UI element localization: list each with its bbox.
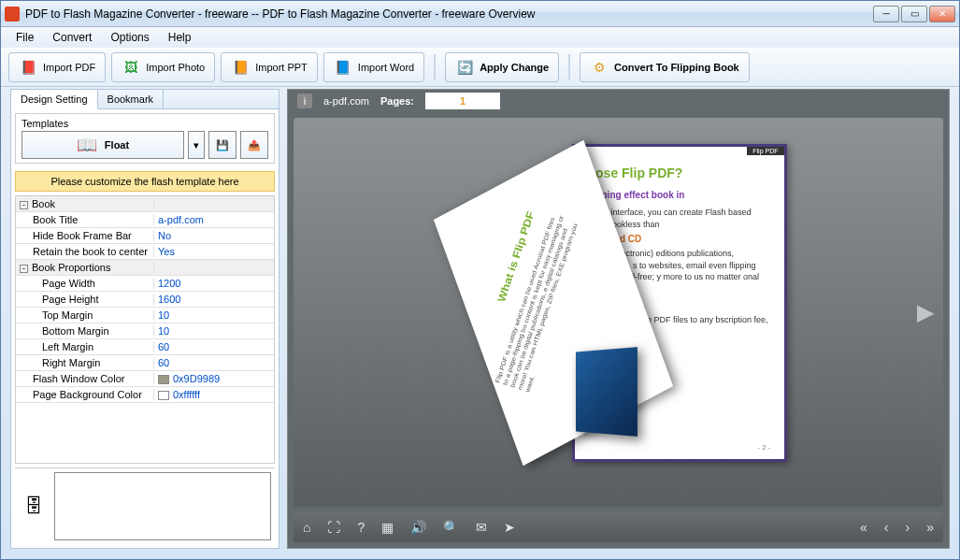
menu-convert[interactable]: Convert <box>45 29 99 46</box>
book-icon: 📖 <box>77 135 97 155</box>
export-template-button[interactable]: 📤 <box>240 131 268 159</box>
menu-file[interactable]: File <box>8 29 41 46</box>
prop-row[interactable]: Book Title a-pdf.com <box>16 212 274 228</box>
templates-row: 📖 Float ▾ 💾 📤 <box>21 131 268 159</box>
prop-label: Page Height <box>16 294 154 305</box>
tab-design-setting[interactable]: Design Setting <box>11 90 98 109</box>
prop-value[interactable]: 10 <box>154 325 274 337</box>
color-swatch <box>158 391 169 400</box>
import-pdf-button[interactable]: 📕 Import PDF <box>8 52 106 82</box>
close-button[interactable]: ✕ <box>929 6 955 22</box>
prop-row[interactable]: Flash Window Color 0x9D9989 <box>16 371 274 387</box>
menu-options[interactable]: Options <box>103 29 156 46</box>
sound-icon[interactable]: 🔊 <box>410 520 426 535</box>
prop-row[interactable]: Retain the book to center Yes <box>16 244 274 260</box>
left-panel: Design Setting Bookmark Templates 📖 Floa… <box>10 89 279 549</box>
prop-value[interactable]: 0x9D9989 <box>154 373 274 384</box>
app-window: PDF to Flash Magazine Converter - freewa… <box>0 0 960 560</box>
prop-row[interactable]: Right Margin 60 <box>16 355 274 371</box>
share-icon[interactable]: ➤ <box>504 520 515 535</box>
page-number-input[interactable] <box>425 93 500 109</box>
float-label: Float <box>105 139 129 151</box>
prop-label: Right Margin <box>16 357 154 368</box>
next-page-arrow[interactable]: ▶ <box>917 299 934 325</box>
content-area: Design Setting Bookmark Templates 📖 Floa… <box>1 87 959 558</box>
pdf-icon: 📕 <box>19 58 37 77</box>
prop-value[interactable]: 60 <box>154 341 274 352</box>
prop-row[interactable]: Top Margin 10 <box>16 308 274 323</box>
tab-bookmark[interactable]: Bookmark <box>98 90 165 108</box>
preview-toolbar: ⌂ ⛶ ? ▦ 🔊 🔍 ✉ ➤ « ‹ › » <box>294 512 943 542</box>
email-icon[interactable]: ✉ <box>476 520 487 535</box>
prop-value[interactable]: No <box>154 230 274 241</box>
prop-label: Top Margin <box>16 309 154 321</box>
maximize-button[interactable]: ▭ <box>901 6 927 22</box>
convert-book-button[interactable]: ⚙ Convert To Flipping Book <box>580 52 750 82</box>
prop-value[interactable]: 1600 <box>154 294 274 305</box>
zoom-icon[interactable]: 🔍 <box>443 520 459 535</box>
help-icon[interactable]: ? <box>357 520 365 535</box>
toolbar-separator <box>568 54 570 80</box>
import-ppt-label: Import PPT <box>255 62 308 73</box>
prop-value[interactable]: a-pdf.com <box>154 214 274 225</box>
prop-value[interactable]: 0xffffff <box>154 389 274 400</box>
apply-change-label: Apply Change <box>480 62 549 73</box>
prop-value[interactable]: 10 <box>154 309 274 321</box>
templates-section: Templates 📖 Float ▾ 💾 📤 <box>15 113 275 164</box>
prop-value[interactable]: 1200 <box>154 278 274 289</box>
fullscreen-icon[interactable]: ⛶ <box>327 520 340 535</box>
import-word-button[interactable]: 📘 Import Word <box>323 52 424 82</box>
apply-change-button[interactable]: 🔄 Apply Change <box>445 52 559 82</box>
collapse-icon[interactable]: - <box>20 265 28 273</box>
prop-row[interactable]: Page Background Color 0xffffff <box>16 387 274 403</box>
back-title: oose Flip PDF? <box>588 165 771 180</box>
preview-domain: a-pdf.com <box>323 95 369 107</box>
toolbar: 📕 Import PDF 🖼 Import Photo 📙 Import PPT… <box>1 48 959 87</box>
save-icon: 💾 <box>216 139 229 151</box>
first-page-icon[interactable]: « <box>860 520 867 535</box>
prop-row[interactable]: Left Margin 60 <box>16 339 274 355</box>
import-pdf-label: Import PDF <box>43 62 95 73</box>
collapse-icon[interactable]: - <box>20 201 28 209</box>
refresh-icon: 🔄 <box>455 58 474 77</box>
pages-label: Pages: <box>380 95 414 107</box>
import-ppt-button[interactable]: 📙 Import PPT <box>221 52 318 82</box>
titlebar: PDF to Flash Magazine Converter - freewa… <box>1 1 959 27</box>
save-template-button[interactable]: 💾 <box>208 131 236 159</box>
template-dropdown-button[interactable]: ▾ <box>188 131 205 159</box>
home-icon[interactable]: ⌂ <box>303 520 310 535</box>
database-icon[interactable]: 🗄 <box>19 472 49 540</box>
thumbnails-icon[interactable]: ▦ <box>381 520 394 535</box>
photo-icon: 🖼 <box>122 58 140 77</box>
flip-pdf-tag: Flip PDF <box>747 147 783 155</box>
prev-page-icon[interactable]: ‹ <box>884 520 889 535</box>
preview-panel: i a-pdf.com Pages: Flip PDF oose Flip PD… <box>287 89 950 549</box>
prop-group-book[interactable]: -Book <box>16 196 274 212</box>
preview-header: i a-pdf.com Pages: <box>288 90 949 112</box>
prop-group-proportions[interactable]: -Book Proportions <box>16 260 274 276</box>
import-word-label: Import Word <box>358 62 414 73</box>
customize-template-bar[interactable]: Please customize the flash template here <box>15 171 275 192</box>
import-photo-button[interactable]: 🖼 Import Photo <box>111 52 215 82</box>
menu-help[interactable]: Help <box>161 29 199 46</box>
prop-value[interactable]: Yes <box>154 246 274 257</box>
word-icon: 📘 <box>334 58 352 77</box>
prop-row[interactable]: Page Width 1200 <box>16 276 274 292</box>
back-subtitle: flipping effect book in <box>588 188 771 203</box>
last-page-icon[interactable]: » <box>926 520 934 535</box>
prop-row[interactable]: Page Height 1600 <box>16 292 274 308</box>
property-grid: -Book Book Title a-pdf.com Hide Book Fra… <box>15 195 275 464</box>
prop-value[interactable]: 60 <box>154 357 274 368</box>
minimize-button[interactable]: ─ <box>873 6 899 22</box>
info-icon[interactable]: i <box>297 93 312 108</box>
float-template-button[interactable]: 📖 Float <box>21 131 184 159</box>
book-mockup: Flip PDF oose Flip PDF? flipping effect … <box>432 135 806 490</box>
convert-book-label: Convert To Flipping Book <box>614 62 739 73</box>
prop-row[interactable]: Hide Book Frame Bar No <box>16 228 274 244</box>
prop-label: Bottom Margin <box>16 325 154 337</box>
app-icon <box>5 7 20 22</box>
next-page-icon[interactable]: › <box>906 520 910 535</box>
prop-row[interactable]: Bottom Margin 10 <box>16 323 274 339</box>
prop-label: Left Margin <box>16 341 154 352</box>
mini-preview-box <box>54 472 271 540</box>
